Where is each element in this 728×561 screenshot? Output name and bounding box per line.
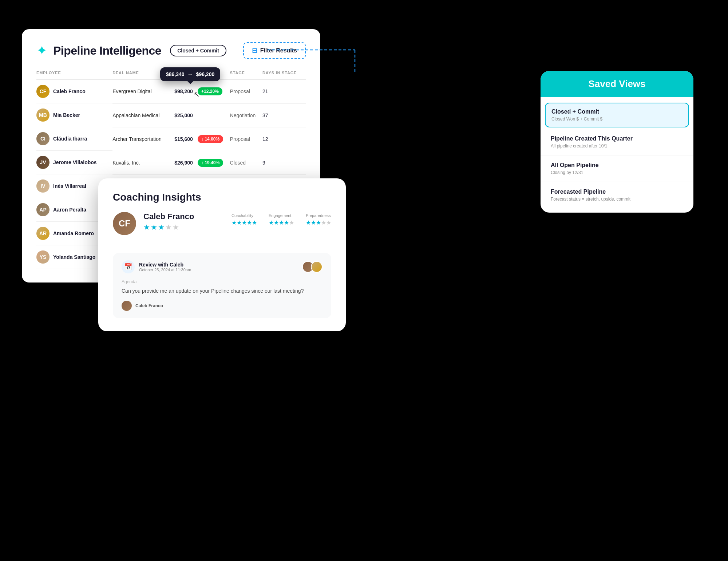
deal-name-cell: Archer Transportation xyxy=(112,127,174,151)
saved-view-item[interactable]: Forecasted Pipeline Forecast status = st… xyxy=(541,182,693,208)
saved-views-card: Saved Views Closed + Commit Closed Won $… xyxy=(541,71,693,213)
filter-icon: ⊟ xyxy=(252,47,257,55)
saved-view-item[interactable]: Pipeline Created This Quarter All pipeli… xyxy=(541,129,693,155)
cursor: ↖ xyxy=(194,90,200,99)
metric-engagement: Engagement ★★★★★ xyxy=(269,213,294,226)
stage-cell: Closed xyxy=(230,151,262,174)
badge-cell: ↓ 14.00% xyxy=(198,127,230,151)
comment-row: Caleb Franco xyxy=(122,301,323,311)
comment-author: Caleb Franco xyxy=(135,303,163,308)
saved-view-title: Closed + Commit xyxy=(551,108,682,115)
badge-cell: +12.20% xyxy=(198,80,230,104)
acv-tooltip: $86,340 → $96,200 xyxy=(160,67,220,81)
days-cell: 12 xyxy=(262,127,306,151)
employee-cell: MB Mia Becker xyxy=(36,103,112,127)
coach-name: Caleb Franco xyxy=(143,212,224,221)
table-row[interactable]: CF Caleb Franco Evergreen Digital$98,200… xyxy=(36,80,306,104)
deal-name-cell: Kuvalis, Inc. xyxy=(112,151,174,174)
filter-badge[interactable]: Closed + Commit xyxy=(170,45,226,56)
agenda-label: Agenda xyxy=(122,279,323,284)
logo-icon: ✦ xyxy=(36,43,47,58)
coach-avatar: CF xyxy=(113,212,136,235)
days-cell: 21 xyxy=(262,80,306,104)
days-cell: 37 xyxy=(262,103,306,127)
avatar: IV xyxy=(36,179,50,193)
saved-views-body: Closed + Commit Closed Won $ + Commit $ … xyxy=(541,97,693,213)
saved-views-header: Saved Views xyxy=(541,71,693,97)
employee-name: Cláudia Ibarra xyxy=(53,136,87,142)
coach-info: Caleb Franco ★★★★★ xyxy=(143,212,224,232)
employee-cell: CI Cláudia Ibarra xyxy=(36,127,112,151)
meeting-avatar-2 xyxy=(311,261,323,273)
meeting-info: 📅 Review with Caleb October 25, 2024 at … xyxy=(122,260,191,273)
employee-name: Jerome Villalobos xyxy=(53,159,97,165)
table-row[interactable]: JV Jerome Villalobos Kuvalis, Inc.$26,90… xyxy=(36,151,306,174)
days-cell: 9 xyxy=(262,151,306,174)
meeting-date: October 25, 2024 at 11:30am xyxy=(139,268,191,272)
col-stage: STAGE xyxy=(230,71,262,80)
saved-view-item[interactable]: All Open Pipeline Closing by 12/31 xyxy=(541,155,693,182)
saved-view-title: Pipeline Created This Quarter xyxy=(551,135,683,142)
acv-cell: $26,900 xyxy=(174,151,198,174)
table-row[interactable]: CI Cláudia Ibarra Archer Transportation$… xyxy=(36,127,306,151)
coach-profile: CF Caleb Franco ★★★★★ Coachability ★★★★★… xyxy=(113,212,331,244)
coach-stars: ★★★★★ xyxy=(143,223,224,232)
saved-view-title: All Open Pipeline xyxy=(551,162,683,169)
saved-view-subtitle: Forecast status = stretch, upside, commi… xyxy=(551,197,683,202)
avatar: CI xyxy=(36,132,50,145)
avatar: MB xyxy=(36,108,50,122)
metric-coachability: Coachability ★★★★★ xyxy=(232,213,257,226)
commenter-avatar xyxy=(122,301,132,311)
stage-cell: Negotiation xyxy=(230,103,262,127)
tooltip-to: $96,200 xyxy=(196,71,215,77)
change-badge: +12.20% xyxy=(198,87,222,95)
filter-results-label: Filter Results xyxy=(260,47,297,54)
acv-cell: $15,600 xyxy=(174,127,198,151)
saved-view-subtitle: Closing by 12/31 xyxy=(551,170,683,175)
meeting-header: 📅 Review with Caleb October 25, 2024 at … xyxy=(122,260,323,273)
change-badge: ↓ 14.00% xyxy=(198,135,223,143)
acv-cell: $25,000 xyxy=(174,103,198,127)
badge-cell: ↑ 19.40% xyxy=(198,151,230,174)
metric-preparedness: Preparedness ★★★★★ xyxy=(306,213,331,226)
avatar: JV xyxy=(36,156,50,169)
employee-name: Inés Villarreal xyxy=(53,183,86,189)
badge-cell xyxy=(198,103,230,127)
saved-view-title: Forecasted Pipeline xyxy=(551,189,683,195)
saved-views-title: Saved Views xyxy=(588,78,645,89)
deal-name-cell: Evergreen Digital xyxy=(112,80,174,104)
agenda-text: Can you provide me an update on your Pip… xyxy=(122,287,323,295)
tooltip-arrow: → xyxy=(187,71,193,78)
coach-metrics: Coachability ★★★★★ Engagement ★★★★★ Prep… xyxy=(232,213,331,226)
meeting-title: Review with Caleb xyxy=(139,262,191,268)
meeting-avatars xyxy=(302,261,323,273)
col-days: DAYS IN STAGE xyxy=(262,71,306,80)
pipeline-title: Pipeline Intelligence xyxy=(53,44,161,58)
filter-results-button[interactable]: ⊟ Filter Results xyxy=(243,42,306,59)
coaching-title: Coaching Insights xyxy=(113,191,331,203)
employee-name: Aaron Peralta xyxy=(53,207,86,213)
avatar: AP xyxy=(36,203,50,216)
table-row[interactable]: MB Mia Becker Appalachian Medical$25,000… xyxy=(36,103,306,127)
calendar-icon: 📅 xyxy=(122,260,135,273)
saved-view-item[interactable]: Closed + Commit Closed Won $ + Commit $ xyxy=(545,103,689,127)
employee-name: Caleb Franco xyxy=(53,88,86,94)
employee-name: Mia Becker xyxy=(53,112,80,118)
employee-name: Yolanda Santiago xyxy=(53,254,95,260)
employee-cell: JV Jerome Villalobos xyxy=(36,151,112,174)
pipeline-header: ✦ Pipeline Intelligence Closed + Commit … xyxy=(36,42,306,59)
meeting-card: 📅 Review with Caleb October 25, 2024 at … xyxy=(113,253,331,318)
stage-cell: Proposal xyxy=(230,80,262,104)
change-badge: ↑ 19.40% xyxy=(198,159,223,167)
avatar: CF xyxy=(36,85,50,98)
employee-name: Amanda Romero xyxy=(53,230,94,236)
employee-cell: CF Caleb Franco xyxy=(36,80,112,103)
deal-name-cell: Appalachian Medical xyxy=(112,103,174,127)
saved-view-subtitle: All pipeline created after 10/1 xyxy=(551,143,683,149)
stage-cell: Proposal xyxy=(230,127,262,151)
avatar: AR xyxy=(36,227,50,240)
coaching-card: Coaching Insights CF Caleb Franco ★★★★★ … xyxy=(98,178,346,331)
saved-view-subtitle: Closed Won $ + Commit $ xyxy=(551,116,682,122)
avatar: YS xyxy=(36,250,50,264)
tooltip-from: $86,340 xyxy=(166,71,185,77)
